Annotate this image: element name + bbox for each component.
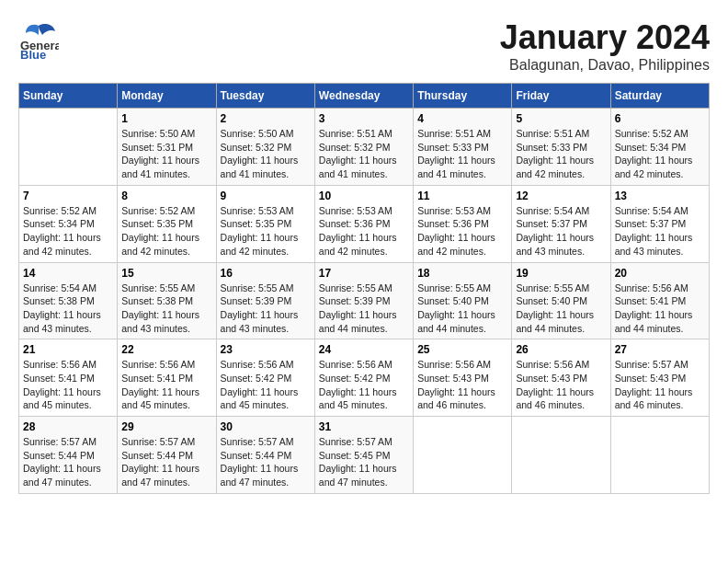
- week-row-1: 7 Sunrise: 5:52 AM Sunset: 5:34 PM Dayli…: [19, 185, 710, 262]
- cell-date: 31: [319, 420, 409, 433]
- page-subtitle: Balagunan, Davao, Philippines: [500, 57, 710, 74]
- calendar-cell: 20 Sunrise: 5:56 AM Sunset: 5:41 PM Dayl…: [610, 262, 709, 339]
- week-row-0: 1 Sunrise: 5:50 AM Sunset: 5:31 PM Dayli…: [19, 109, 710, 186]
- calendar-cell: 31 Sunrise: 5:57 AM Sunset: 5:45 PM Dayl…: [314, 417, 413, 494]
- cell-info: Sunrise: 5:51 AM Sunset: 5:32 PM Dayligh…: [319, 127, 409, 181]
- weekday-header-saturday: Saturday: [610, 84, 709, 109]
- cell-info: Sunrise: 5:52 AM Sunset: 5:34 PM Dayligh…: [23, 204, 113, 259]
- calendar-cell: 21 Sunrise: 5:56 AM Sunset: 5:41 PM Dayl…: [19, 339, 118, 417]
- cell-date: 27: [615, 343, 705, 356]
- cell-date: 22: [121, 343, 211, 356]
- cell-date: 14: [23, 267, 113, 280]
- cell-info: Sunrise: 5:52 AM Sunset: 5:35 PM Dayligh…: [121, 204, 211, 259]
- calendar-cell: [610, 417, 709, 494]
- calendar-cell: 9 Sunrise: 5:53 AM Sunset: 5:35 PM Dayli…: [216, 185, 314, 262]
- calendar-cell: 15 Sunrise: 5:55 AM Sunset: 5:38 PM Dayl…: [118, 262, 216, 339]
- cell-date: 11: [417, 190, 507, 202]
- cell-date: 19: [516, 267, 606, 280]
- weekday-header-thursday: Thursday: [414, 84, 512, 109]
- cell-info: Sunrise: 5:55 AM Sunset: 5:40 PM Dayligh…: [516, 282, 606, 336]
- weekday-header-sunday: Sunday: [19, 84, 118, 109]
- calendar-cell: [512, 417, 610, 494]
- calendar-cell: 13 Sunrise: 5:54 AM Sunset: 5:37 PM Dayl…: [610, 185, 709, 262]
- cell-date: 8: [121, 190, 211, 202]
- weekday-header-friday: Friday: [512, 84, 610, 109]
- cell-info: Sunrise: 5:54 AM Sunset: 5:38 PM Dayligh…: [23, 282, 113, 336]
- cell-date: 6: [615, 112, 705, 125]
- title-block: January 2024 Balagunan, Davao, Philippin…: [500, 18, 710, 74]
- cell-date: 3: [319, 112, 409, 125]
- weekday-header-wednesday: Wednesday: [314, 84, 413, 109]
- page-header: General Blue January 2024 Balagunan, Dav…: [18, 18, 710, 74]
- calendar-table: SundayMondayTuesdayWednesdayThursdayFrid…: [18, 83, 710, 494]
- calendar-cell: 8 Sunrise: 5:52 AM Sunset: 5:35 PM Dayli…: [118, 185, 216, 262]
- cell-date: 7: [23, 190, 113, 202]
- calendar-cell: 7 Sunrise: 5:52 AM Sunset: 5:34 PM Dayli…: [19, 185, 118, 262]
- cell-date: 24: [319, 343, 409, 356]
- calendar-cell: 28 Sunrise: 5:57 AM Sunset: 5:44 PM Dayl…: [19, 417, 118, 494]
- cell-date: 16: [221, 267, 311, 280]
- cell-date: 30: [221, 420, 311, 433]
- cell-info: Sunrise: 5:55 AM Sunset: 5:39 PM Dayligh…: [221, 282, 311, 336]
- calendar-cell: 16 Sunrise: 5:55 AM Sunset: 5:39 PM Dayl…: [216, 262, 314, 339]
- cell-info: Sunrise: 5:55 AM Sunset: 5:39 PM Dayligh…: [319, 282, 409, 336]
- calendar-cell: 5 Sunrise: 5:51 AM Sunset: 5:33 PM Dayli…: [512, 109, 610, 186]
- calendar-cell: 26 Sunrise: 5:56 AM Sunset: 5:43 PM Dayl…: [512, 339, 610, 417]
- calendar-cell: 17 Sunrise: 5:55 AM Sunset: 5:39 PM Dayl…: [314, 262, 413, 339]
- page-title: January 2024: [500, 18, 710, 57]
- calendar-cell: [19, 109, 118, 186]
- calendar-cell: 1 Sunrise: 5:50 AM Sunset: 5:31 PM Dayli…: [118, 109, 216, 186]
- calendar-cell: 11 Sunrise: 5:53 AM Sunset: 5:36 PM Dayl…: [414, 185, 512, 262]
- cell-date: 5: [516, 112, 606, 125]
- week-row-3: 21 Sunrise: 5:56 AM Sunset: 5:41 PM Dayl…: [19, 339, 710, 417]
- logo: General Blue: [18, 18, 59, 59]
- cell-info: Sunrise: 5:51 AM Sunset: 5:33 PM Dayligh…: [516, 127, 606, 181]
- cell-date: 21: [23, 343, 113, 356]
- calendar-cell: 19 Sunrise: 5:55 AM Sunset: 5:40 PM Dayl…: [512, 262, 610, 339]
- calendar-cell: 14 Sunrise: 5:54 AM Sunset: 5:38 PM Dayl…: [19, 262, 118, 339]
- calendar-cell: 2 Sunrise: 5:50 AM Sunset: 5:32 PM Dayli…: [216, 109, 314, 186]
- cell-date: 2: [221, 112, 311, 125]
- weekday-header-tuesday: Tuesday: [216, 84, 314, 109]
- logo-icon: General Blue: [18, 18, 59, 59]
- cell-info: Sunrise: 5:57 AM Sunset: 5:44 PM Dayligh…: [121, 435, 211, 489]
- cell-info: Sunrise: 5:53 AM Sunset: 5:35 PM Dayligh…: [221, 204, 311, 259]
- cell-info: Sunrise: 5:56 AM Sunset: 5:41 PM Dayligh…: [615, 282, 705, 336]
- cell-info: Sunrise: 5:50 AM Sunset: 5:31 PM Dayligh…: [121, 127, 211, 181]
- cell-info: Sunrise: 5:56 AM Sunset: 5:41 PM Dayligh…: [121, 358, 211, 412]
- cell-info: Sunrise: 5:53 AM Sunset: 5:36 PM Dayligh…: [417, 204, 507, 259]
- cell-info: Sunrise: 5:56 AM Sunset: 5:42 PM Dayligh…: [319, 358, 409, 412]
- cell-date: 18: [417, 267, 507, 280]
- calendar-cell: 18 Sunrise: 5:55 AM Sunset: 5:40 PM Dayl…: [414, 262, 512, 339]
- week-row-2: 14 Sunrise: 5:54 AM Sunset: 5:38 PM Dayl…: [19, 262, 710, 339]
- cell-date: 4: [417, 112, 507, 125]
- cell-info: Sunrise: 5:54 AM Sunset: 5:37 PM Dayligh…: [516, 204, 606, 259]
- calendar-cell: 10 Sunrise: 5:53 AM Sunset: 5:36 PM Dayl…: [314, 185, 413, 262]
- cell-info: Sunrise: 5:53 AM Sunset: 5:36 PM Dayligh…: [319, 204, 409, 259]
- cell-info: Sunrise: 5:56 AM Sunset: 5:43 PM Dayligh…: [516, 358, 606, 412]
- cell-info: Sunrise: 5:56 AM Sunset: 5:43 PM Dayligh…: [417, 358, 507, 412]
- cell-date: 15: [121, 267, 211, 280]
- calendar-cell: 25 Sunrise: 5:56 AM Sunset: 5:43 PM Dayl…: [414, 339, 512, 417]
- cell-date: 29: [121, 420, 211, 433]
- cell-info: Sunrise: 5:57 AM Sunset: 5:45 PM Dayligh…: [319, 435, 409, 489]
- calendar-cell: 4 Sunrise: 5:51 AM Sunset: 5:33 PM Dayli…: [414, 109, 512, 186]
- cell-info: Sunrise: 5:57 AM Sunset: 5:44 PM Dayligh…: [221, 435, 311, 489]
- cell-date: 10: [319, 190, 409, 202]
- calendar-cell: [414, 417, 512, 494]
- calendar-cell: 22 Sunrise: 5:56 AM Sunset: 5:41 PM Dayl…: [118, 339, 216, 417]
- cell-date: 26: [516, 343, 606, 356]
- cell-info: Sunrise: 5:55 AM Sunset: 5:38 PM Dayligh…: [121, 282, 211, 336]
- cell-date: 9: [221, 190, 311, 202]
- weekday-header-row: SundayMondayTuesdayWednesdayThursdayFrid…: [19, 84, 710, 109]
- cell-date: 28: [23, 420, 113, 433]
- cell-date: 13: [615, 190, 705, 202]
- cell-date: 23: [221, 343, 311, 356]
- calendar-cell: 12 Sunrise: 5:54 AM Sunset: 5:37 PM Dayl…: [512, 185, 610, 262]
- cell-info: Sunrise: 5:55 AM Sunset: 5:40 PM Dayligh…: [417, 282, 507, 336]
- cell-info: Sunrise: 5:57 AM Sunset: 5:44 PM Dayligh…: [23, 435, 113, 489]
- weekday-header-monday: Monday: [118, 84, 216, 109]
- week-row-4: 28 Sunrise: 5:57 AM Sunset: 5:44 PM Dayl…: [19, 417, 710, 494]
- cell-date: 1: [121, 112, 211, 125]
- calendar-cell: 23 Sunrise: 5:56 AM Sunset: 5:42 PM Dayl…: [216, 339, 314, 417]
